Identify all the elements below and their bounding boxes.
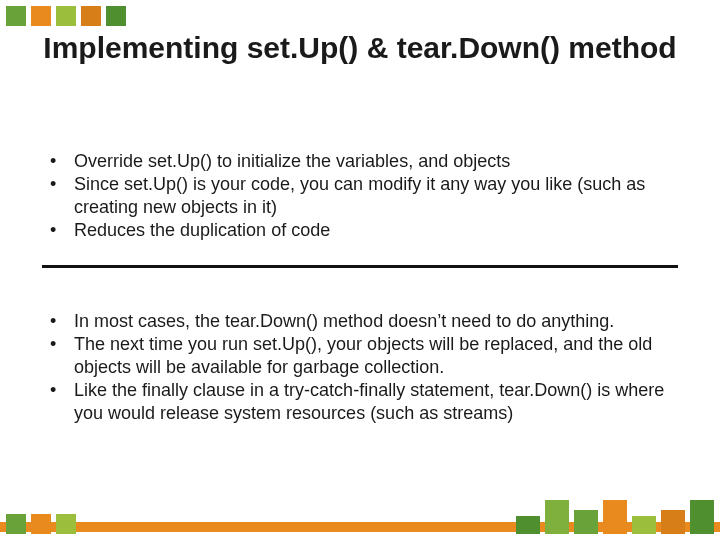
deco-square [31,6,51,26]
bullet-text: Override set.Up() to initialize the vari… [74,150,680,173]
deco-square [574,510,598,534]
list-item: Since set.Up() is your code, you can mod… [50,173,680,219]
deco-square [632,516,656,534]
bullet-block-setup: Override set.Up() to initialize the vari… [50,150,680,242]
deco-square [516,516,540,534]
bullet-text: The next time you run set.Up(), your obj… [74,333,680,379]
deco-square [106,6,126,26]
deco-square [690,500,714,534]
bottom-left-square-row [6,514,76,534]
deco-square [661,510,685,534]
deco-square [6,6,26,26]
deco-square [56,514,76,534]
slide-title: Implementing set.Up() & tear.Down() meth… [0,30,720,66]
bullet-block-teardown: In most cases, the tear.Down() method do… [50,310,680,425]
list-item: In most cases, the tear.Down() method do… [50,310,680,333]
deco-square [603,500,627,534]
deco-square [6,514,26,534]
deco-square [56,6,76,26]
list-item: Like the finally clause in a try-catch-f… [50,379,680,425]
bullet-text: In most cases, the tear.Down() method do… [74,310,680,333]
list-item: Reduces the duplication of code [50,219,680,242]
top-square-row [6,6,126,26]
bullet-text: Like the finally clause in a try-catch-f… [74,379,680,425]
list-item: The next time you run set.Up(), your obj… [50,333,680,379]
deco-square [31,514,51,534]
deco-square [81,6,101,26]
slide: Implementing set.Up() & tear.Down() meth… [0,0,720,540]
deco-square [545,500,569,534]
section-divider [42,265,678,268]
list-item: Override set.Up() to initialize the vari… [50,150,680,173]
bullet-text: Since set.Up() is your code, you can mod… [74,173,680,219]
bullet-text: Reduces the duplication of code [74,219,680,242]
bottom-right-square-row [516,500,714,534]
